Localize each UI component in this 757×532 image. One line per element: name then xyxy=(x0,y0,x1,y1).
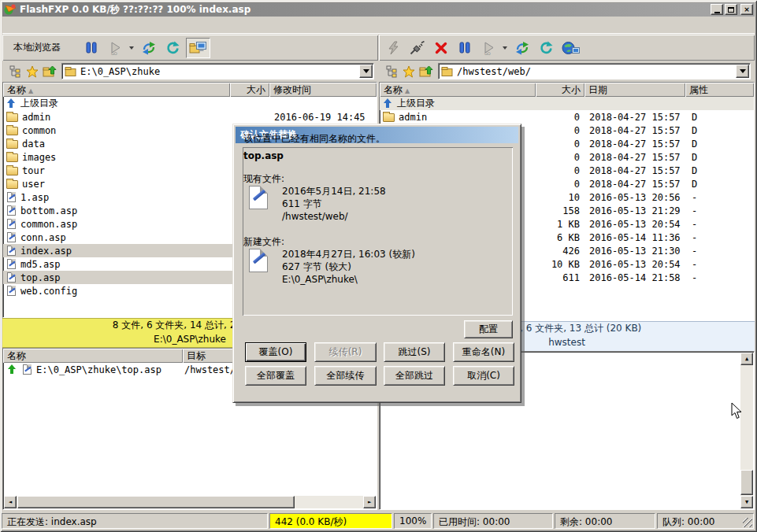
menu-item[interactable] xyxy=(59,23,73,28)
column-header-attr[interactable]: 属性 xyxy=(685,83,754,97)
column-header-name[interactable]: 名称▲ xyxy=(3,83,230,97)
menu-item[interactable] xyxy=(87,23,102,28)
menu-item[interactable] xyxy=(116,23,130,28)
disconnect-button[interactable] xyxy=(431,38,451,58)
file-size: 0 xyxy=(536,152,584,163)
title-bar[interactable]: FlashFXP 0.0 KB/秒 ??:??:?? 100% index.as… xyxy=(2,2,755,17)
queue-horizontal-scrollbar[interactable]: ◄ ► xyxy=(4,496,376,508)
rename-button[interactable]: 重命名(N) xyxy=(453,342,514,362)
column-header-date[interactable]: 日期 xyxy=(584,83,685,97)
close-button[interactable]: × xyxy=(740,4,753,15)
queue-column-name[interactable]: 名称 xyxy=(3,349,183,363)
existing-file-path: /hwstest/web/ xyxy=(282,210,386,223)
scrollbar-thumb[interactable] xyxy=(17,496,295,508)
local-up-directory-button[interactable] xyxy=(41,64,58,79)
maximize-button[interactable] xyxy=(725,4,737,15)
column-header-date[interactable]: 修改时间 xyxy=(269,83,377,97)
file-size: 10 xyxy=(536,192,584,203)
remote-transfer-mode-button[interactable] xyxy=(512,38,532,58)
minimize-button[interactable] xyxy=(711,4,723,15)
log-vertical-scrollbar[interactable]: ▲ ▼ xyxy=(740,353,753,508)
folder-icon xyxy=(6,140,18,149)
transfer-mode-button[interactable] xyxy=(139,38,159,58)
column-header-name[interactable]: 名称▲ xyxy=(380,83,536,97)
file-row[interactable]: admin 0 2018-04-27 15:57 D xyxy=(380,110,754,124)
remote-tree-button[interactable] xyxy=(383,64,400,79)
remote-view-toggle-button[interactable] xyxy=(559,38,582,58)
pause-icon xyxy=(458,41,472,55)
resume-all-button[interactable]: 全部续传 xyxy=(314,366,377,386)
menu-item[interactable] xyxy=(2,23,17,28)
file-attr: - xyxy=(685,232,754,243)
scroll-up-button[interactable]: ▲ xyxy=(740,353,753,365)
quick-connect-button[interactable] xyxy=(384,38,404,58)
local-favorites-button[interactable] xyxy=(24,64,41,79)
menu-bar xyxy=(2,17,755,34)
remote-up-directory-button[interactable] xyxy=(417,64,435,79)
refresh-icon xyxy=(539,41,553,55)
go-icon: GO xyxy=(108,41,122,55)
file-row[interactable]: 上级目录 xyxy=(3,97,377,110)
remote-start-queue-dropdown[interactable] xyxy=(503,46,507,50)
file-date: 2018-04-27 15:57 xyxy=(584,112,685,123)
local-path-dropdown-button[interactable] xyxy=(359,65,373,78)
menu-item[interactable] xyxy=(102,23,116,28)
config-button[interactable]: 配置 xyxy=(464,320,513,338)
folder-icon xyxy=(6,127,18,135)
file-attr: - xyxy=(685,192,754,203)
file-row[interactable]: 上级目录 xyxy=(380,97,754,110)
scroll-right-button[interactable]: ► xyxy=(363,496,376,508)
file-attr: D xyxy=(685,139,754,150)
file-row[interactable]: admin 2016-06-19 14:45 xyxy=(3,110,377,124)
column-header-size[interactable]: 大小 xyxy=(536,83,584,97)
file-attr: D xyxy=(685,112,754,123)
remote-path-dropdown-button[interactable] xyxy=(736,65,749,78)
overwrite-button[interactable]: 覆盖(O) xyxy=(245,342,306,362)
overwrite-all-button[interactable]: 全部覆盖 xyxy=(245,366,306,386)
file-icon xyxy=(7,192,16,202)
start-queue-button[interactable]: GO xyxy=(105,38,125,58)
pause-queue-button[interactable] xyxy=(81,38,102,58)
scroll-down-button[interactable]: ▼ xyxy=(740,496,753,508)
log-line xyxy=(384,441,738,451)
menu-item[interactable] xyxy=(45,23,59,28)
file-size: 1 KB xyxy=(536,219,584,230)
remote-pause-queue-button[interactable] xyxy=(455,38,475,58)
menu-item[interactable] xyxy=(73,23,87,28)
file-name: tour xyxy=(22,165,45,176)
column-header-size[interactable]: 大小 xyxy=(230,83,269,97)
file-name: index.asp xyxy=(20,246,72,257)
resize-grip[interactable] xyxy=(743,518,752,527)
local-tree-button[interactable] xyxy=(6,64,24,79)
folder-icon xyxy=(383,113,395,122)
file-name: bottom.asp xyxy=(20,205,77,216)
file-date: 2018-04-27 15:57 xyxy=(584,179,685,190)
local-path-combobox[interactable]: E:\0_ASP\zhuke xyxy=(61,63,374,79)
connect-button[interactable] xyxy=(407,38,428,58)
existing-file-size: 611 字节 xyxy=(282,198,386,210)
status-sending: 正在发送: index.asp xyxy=(2,513,268,529)
local-browser-button[interactable]: 本地浏览器 xyxy=(7,38,67,58)
scrollbar-thumb[interactable] xyxy=(740,470,753,495)
file-attr: - xyxy=(685,272,754,283)
status-remaining: 剩余: 00:00 xyxy=(555,513,655,529)
skip-button[interactable]: 跳过(S) xyxy=(384,342,445,362)
folder-icon xyxy=(6,113,18,122)
menu-item[interactable] xyxy=(17,23,31,28)
remote-path-combobox[interactable]: /hwstest/web/ xyxy=(438,63,751,79)
file-date: 2016-05-14 11:36 xyxy=(584,232,685,243)
new-file-info: 2018年4月27日, 16:03 (较新) 627 字节 (较大) E:\0_… xyxy=(282,248,415,286)
refresh-local-button[interactable] xyxy=(162,38,183,58)
skip-all-button[interactable]: 全部跳过 xyxy=(384,366,445,386)
start-queue-dropdown[interactable] xyxy=(129,46,134,50)
cancel-button[interactable]: 取消(C) xyxy=(453,366,514,386)
menu-item[interactable] xyxy=(31,23,45,28)
refresh-remote-button[interactable] xyxy=(536,38,556,58)
scroll-left-button[interactable]: ◄ xyxy=(4,496,17,508)
svg-text:GO: GO xyxy=(111,51,117,55)
svg-text:GO: GO xyxy=(484,51,491,55)
local-view-toggle-button[interactable] xyxy=(186,38,210,58)
existing-file-label: 现有文件: xyxy=(243,172,284,186)
remote-favorites-button[interactable] xyxy=(400,64,417,79)
remote-start-queue-button[interactable]: GO xyxy=(478,38,499,58)
